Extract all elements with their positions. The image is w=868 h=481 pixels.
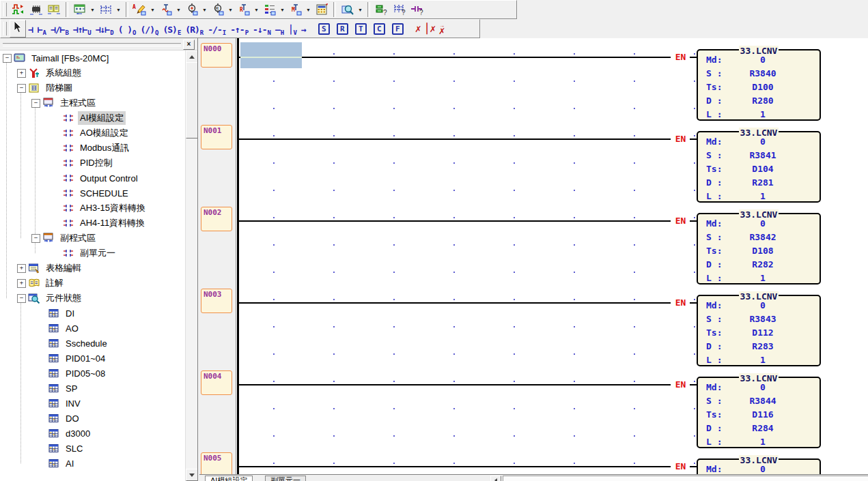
coil-out-button[interactable]: ( )O [116, 20, 139, 37]
toolbar-grip[interactable] [3, 43, 181, 46]
wire-arrow-button[interactable]: → [299, 20, 308, 37]
register-table-button[interactable] [45, 1, 63, 18]
element-contact-r-button[interactable]: R▼ [235, 1, 261, 18]
element-list-button[interactable]: ▼ [261, 1, 287, 18]
collapse-icon[interactable]: − [17, 84, 26, 93]
coil-not-button[interactable]: (/)Q [139, 20, 161, 37]
sheet-tab[interactable]: AI模組設定 [205, 476, 253, 481]
modifier-falling-button[interactable]: -↓-N [251, 20, 273, 37]
toolbar-grip[interactable] [3, 3, 7, 16]
tree-item[interactable]: DI [0, 306, 76, 321]
network-number-label[interactable]: N002 [201, 207, 232, 231]
rung-wire[interactable] [238, 302, 671, 304]
modifier-invert-button[interactable]: -/-I [206, 20, 228, 37]
collapse-icon[interactable]: − [31, 99, 40, 108]
chevron-down-icon[interactable]: ▼ [305, 8, 311, 12]
expand-icon[interactable]: + [17, 279, 26, 288]
collapse-icon[interactable]: − [3, 54, 12, 63]
function-block[interactable]: 33.LCNVMd:0S :R3841Ts:D104D :R281L :1 [697, 131, 821, 203]
connect-plc-button[interactable] [27, 1, 45, 18]
tree-item[interactable]: PID01~04 [0, 351, 107, 366]
coil-reset-button[interactable]: (R)R [183, 20, 206, 37]
chevron-down-icon[interactable]: ▼ [115, 8, 122, 12]
tree-item[interactable]: AH4-11資料轉換 [0, 216, 147, 231]
element-contact-button[interactable]: ▼ [157, 1, 183, 18]
network-manage-button[interactable]: ▼ [97, 1, 123, 18]
network-number-label[interactable]: N003 [201, 289, 232, 313]
function-block[interactable]: 33.LCNVMd:0S :R3843Ts:D112D :R283L :1 [697, 295, 821, 366]
tree-item[interactable]: +註解 [0, 276, 66, 291]
instr-s-button[interactable]: S [315, 20, 333, 37]
tree-item[interactable]: −副程式區 [0, 231, 98, 246]
tree-scrollbar[interactable] [185, 50, 197, 481]
modifier-rising-button[interactable]: -↑-P [228, 20, 251, 37]
scroll-down-button[interactable] [186, 469, 198, 481]
selected-cell[interactable] [240, 42, 302, 68]
tree-item[interactable]: AI模組設定 [0, 111, 126, 126]
function-block[interactable]: 33.LCNVMd:0S :R3844Ts:D116D :R284L :1 [697, 377, 821, 448]
tab-scroll-left-button[interactable] [490, 476, 501, 481]
contact-falling-button[interactable]: ⊣↓⊢D [94, 20, 116, 37]
scrollbar-thumb[interactable] [186, 62, 198, 139]
tree-item[interactable]: AO [0, 321, 81, 336]
tree-item[interactable]: INV [0, 396, 83, 411]
new-network-button[interactable]: ▼ [71, 1, 97, 18]
ladder-editor[interactable]: N000EN33.LCNVMd:0S :R3840Ts:D100D :R280L… [199, 38, 868, 481]
contact-rising-button[interactable]: ⊣↑⊢U [71, 20, 94, 37]
tree-item[interactable]: Sschedule [0, 336, 109, 351]
tree-item[interactable]: 副單元一 [0, 246, 117, 261]
tree-item[interactable]: Output Control [0, 171, 140, 186]
scroll-up-button[interactable] [186, 50, 198, 63]
chevron-down-icon[interactable]: ▼ [150, 8, 156, 12]
chevron-down-icon[interactable]: ▼ [357, 8, 363, 12]
delete-vertical-wire-button[interactable]: ⏐✗ [423, 20, 438, 37]
chevron-down-icon[interactable]: ▼ [89, 8, 96, 12]
close-panel-button[interactable]: × [183, 40, 195, 50]
expand-icon[interactable]: + [17, 69, 26, 78]
sheet-tab[interactable]: 副單元一 [265, 476, 306, 481]
delete-element-button[interactable]: ✗ [414, 20, 423, 37]
horizontal-scrollbar[interactable] [503, 476, 868, 481]
select-cursor-button[interactable] [10, 20, 26, 38]
contact-nc-button[interactable]: ⊣/⊢B [48, 20, 71, 37]
element-contact-m-button[interactable]: M▼ [287, 1, 313, 18]
rung-wire[interactable] [238, 57, 671, 58]
tree-item[interactable]: Modbus通訊 [0, 141, 131, 156]
chevron-down-icon[interactable]: ▼ [253, 8, 260, 12]
chevron-down-icon[interactable]: ▼ [176, 8, 182, 12]
wire-horizontal-button[interactable]: —H [273, 20, 286, 37]
tree-item[interactable]: SLC [0, 441, 85, 456]
collapse-icon[interactable]: − [31, 234, 40, 243]
tree-item[interactable]: AH3-15資料轉換 [0, 201, 148, 216]
wire-vertical-button[interactable]: ⏐V [286, 20, 299, 37]
zoom-view-button[interactable]: ▼ [339, 1, 365, 18]
collapse-icon[interactable]: − [17, 294, 26, 303]
element-coil-m-button[interactable]: M▼ [209, 1, 235, 18]
delete-move-button[interactable]: →✗ [437, 20, 446, 37]
function-block[interactable]: 33.LCNVMd:0S :R3840Ts:D100D :R280L :1 [697, 49, 821, 121]
tree-item[interactable]: SP [0, 381, 79, 396]
tree-item[interactable]: DO [0, 411, 81, 426]
rung-wire[interactable] [238, 384, 671, 385]
tree-item[interactable]: −階梯圖 [0, 81, 74, 96]
expand-icon[interactable]: + [17, 264, 26, 273]
tree-item[interactable]: +表格編輯 [0, 261, 83, 276]
chevron-down-icon[interactable]: ▼ [279, 8, 285, 12]
network-number-label[interactable]: N004 [201, 370, 232, 395]
query-network-button[interactable]: ? [391, 1, 408, 18]
function-block[interactable]: 33.LCNVMd:0S :R3842Ts:D108D :R282L :1 [697, 213, 821, 285]
status-monitor-button[interactable] [10, 1, 27, 18]
toolbar-grip[interactable] [3, 22, 7, 35]
edit-element-button[interactable]: A▼ [131, 1, 157, 18]
tree-item[interactable]: AI [0, 456, 76, 471]
element-coil-button[interactable]: ▼ [183, 1, 209, 18]
instr-t-button[interactable]: T [352, 20, 370, 37]
instr-r-button[interactable]: R [333, 20, 352, 37]
tree-item[interactable]: −元件狀態 [0, 291, 83, 306]
network-number-label[interactable]: N001 [201, 125, 232, 149]
tree-item[interactable]: PID控制 [0, 156, 115, 171]
chevron-down-icon[interactable]: ▼ [201, 8, 208, 12]
chevron-down-icon[interactable]: ▼ [227, 8, 234, 12]
tree-item[interactable]: AO模組設定 [0, 126, 130, 141]
function-block-button[interactable] [313, 1, 331, 18]
